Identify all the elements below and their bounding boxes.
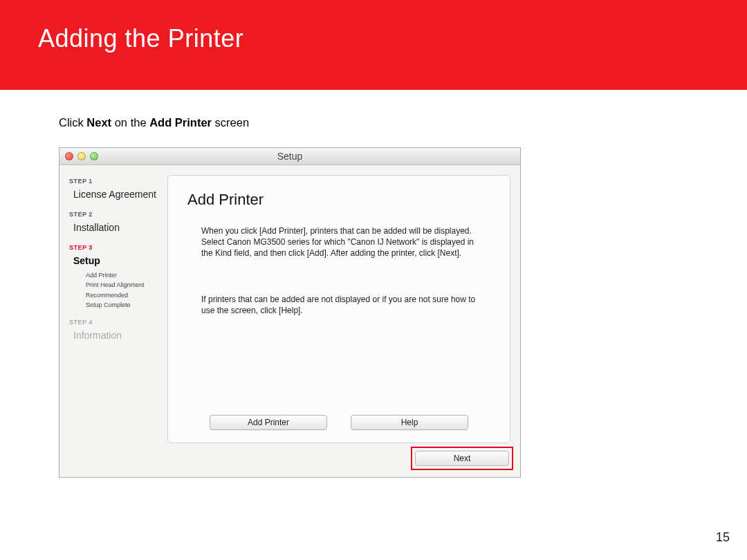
instruction-mid: on the [111, 116, 149, 129]
step-3-title: Setup [73, 255, 163, 266]
sidebar: STEP 1 License Agreement STEP 2 Installa… [59, 165, 163, 352]
substep-print-head-alignment: Print Head Alignment Recommended [86, 280, 163, 300]
content-heading: Add Printer [187, 191, 490, 209]
step-2-title: Installation [73, 222, 163, 233]
instruction-post: screen [212, 116, 249, 129]
window-controls [65, 152, 98, 160]
window-titlebar: Setup [59, 148, 520, 165]
page-title: Adding the Printer [38, 24, 243, 53]
slide: Adding the Printer Click Next on the Add… [0, 0, 747, 560]
page-number: 15 [716, 530, 730, 545]
step-2-label: STEP 2 [69, 211, 163, 218]
step-1-label: STEP 1 [69, 178, 163, 185]
step-3-substeps: Add Printer Print Head Alignment Recomme… [86, 270, 163, 310]
next-button[interactable]: Next [415, 451, 509, 466]
minimize-icon[interactable] [77, 152, 86, 160]
add-printer-button[interactable]: Add Printer [210, 415, 327, 430]
content-paragraph-2: If printers that can be added are not di… [201, 294, 483, 316]
setup-window: Setup STEP 1 License Agreement STEP 2 In… [59, 147, 521, 478]
help-button[interactable]: Help [351, 415, 468, 430]
close-icon[interactable] [65, 152, 73, 160]
step-4-label: STEP 4 [69, 319, 163, 326]
window-body: STEP 1 License Agreement STEP 2 Installa… [59, 165, 520, 477]
content-paragraph-1: When you click [Add Printer], printers t… [201, 225, 483, 259]
next-button-highlight: Next [411, 447, 513, 470]
panel-buttons: Add Printer Help [168, 415, 510, 430]
instruction-text: Click Next on the Add Printer screen [59, 116, 249, 129]
instruction-pre: Click [59, 116, 86, 129]
step-1-title: License Agreement [73, 189, 163, 200]
step-3-label: STEP 3 [69, 244, 163, 251]
substep-setup-complete: Setup Complete [86, 300, 163, 310]
zoom-icon[interactable] [90, 152, 98, 160]
step-4-title: Information [73, 330, 163, 341]
window-title: Setup [277, 151, 303, 162]
instruction-bold-2: Add Printer [149, 116, 212, 129]
content-panel: Add Printer When you click [Add Printer]… [167, 175, 510, 443]
instruction-bold-1: Next [86, 116, 111, 129]
substep-add-printer: Add Printer [86, 270, 163, 280]
header-band: Adding the Printer [0, 0, 747, 90]
